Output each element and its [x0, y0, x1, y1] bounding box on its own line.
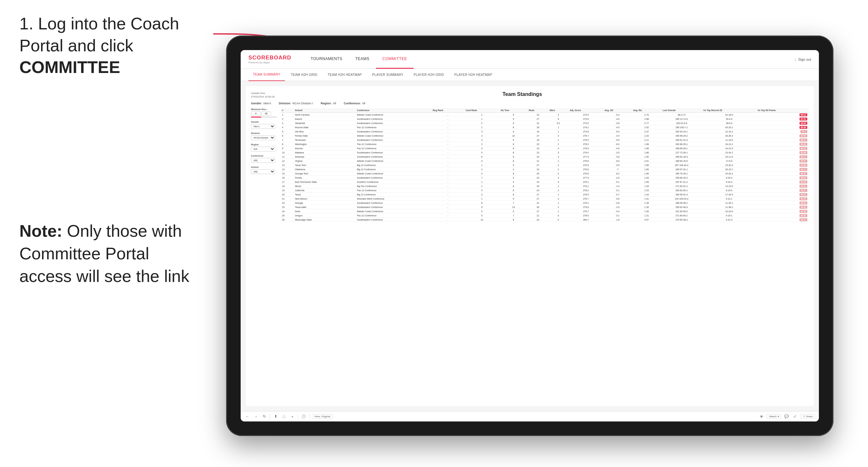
cell-no-tour: 8: [499, 192, 528, 197]
min-rounds-inputs: [251, 112, 277, 116]
cell-adj-score: 276.6: [568, 159, 603, 163]
points-badge: 80.91: [800, 193, 807, 196]
cell-school: Tennessee: [293, 138, 356, 142]
subnav-team-h2h-grid[interactable]: TEAM H2H GRID: [286, 69, 322, 81]
table-row[interactable]: 22 Georgia Southeastern Conference - 8 7…: [281, 201, 809, 205]
subnav-team-summary[interactable]: TEAM SUMMARY: [248, 69, 285, 81]
sidebar-gender-select[interactable]: Men's: [251, 124, 275, 129]
min-rounds-max-input[interactable]: [261, 112, 271, 116]
min-rounds-min-input[interactable]: [251, 112, 261, 116]
table-row[interactable]: 12 Virginia Atlantic Coast Conference - …: [281, 159, 809, 163]
note-text: Note: Only those with Committee Portal a…: [20, 220, 197, 288]
cell-reg-rank: -: [432, 146, 465, 151]
table-row[interactable]: 3 Vanderbilt Southeastern Conference - 2…: [281, 121, 809, 125]
min-rounds-slider[interactable]: [251, 117, 277, 118]
table-row[interactable]: 8 Washington Pac-12 Conference - 2 8 23 …: [281, 142, 809, 146]
cell-school: Illinois: [293, 184, 356, 188]
table-row[interactable]: 26 Mississippi State Southeastern Confer…: [281, 218, 809, 222]
cell-reg-rank: -: [432, 172, 465, 176]
cell-vs-top-record: 14-21-0: [702, 146, 756, 151]
cell-avg-rd: 1.21: [632, 214, 661, 218]
table-row[interactable]: 9 Arizona Pac-12 Conference - 3 8 23 4 2…: [281, 146, 809, 151]
cell-school: East Tennessee State: [293, 180, 356, 184]
points-badge: 80.23: [800, 147, 807, 150]
share-btn[interactable]: ↗ Share: [801, 414, 815, 419]
table-row[interactable]: 5 Ole Miss Southeastern Conference - 3 6…: [281, 129, 809, 134]
toolbar-clock-icon[interactable]: 🕐: [301, 414, 307, 419]
cell-avg-sg: -3.8: [603, 201, 632, 205]
note-area: Note: Only those with Committee Portal a…: [20, 220, 197, 288]
table-row[interactable]: 4 Arizona State Pac-12 Conference - 1 8 …: [281, 125, 809, 129]
table-row[interactable]: 10 Alabama Southeastern Conference - 5 8…: [281, 151, 809, 155]
table-row[interactable]: 14 Oklahoma Big 12 Conference - 2 2 24 2…: [281, 167, 809, 172]
toolbar-reload-icon[interactable]: ↻: [261, 414, 267, 419]
sign-out-label[interactable]: Sign out: [798, 58, 811, 61]
table-row[interactable]: 15 Georgia Tech Atlantic Coast Conferenc…: [281, 172, 809, 176]
table-row[interactable]: 1 North Carolina Atlantic Coast Conferen…: [281, 113, 809, 117]
cell-low-overall: 269 92-40-3: [661, 205, 702, 209]
cell-vs-top-points: 82.98: [756, 209, 809, 214]
cell-low-overall: 268 82-18-3: [661, 155, 702, 159]
view-original-btn[interactable]: View: Original: [312, 414, 332, 419]
cell-wins: 1: [548, 192, 568, 197]
toolbar-bookmark-icon[interactable]: □: [281, 414, 287, 419]
table-row[interactable]: 13 Texas Tech Big 12 Conference - 1 9 27…: [281, 163, 809, 167]
cell-vs-top-record: 30-4-0: [702, 117, 756, 121]
cell-low-overall: 217 72-30-1: [661, 151, 702, 155]
nav-committee[interactable]: COMMITTEE: [376, 50, 414, 69]
comment-icon[interactable]: 💬: [784, 414, 789, 419]
conference-value: All: [362, 102, 365, 105]
toolbar-share-icon[interactable]: ⬆: [273, 414, 278, 419]
subnav-team-h2h-heatmap[interactable]: TEAM H2H HEATMAP: [323, 69, 366, 81]
table-row[interactable]: 2 Auburn Southeastern Conference - 1 9 2…: [281, 117, 809, 121]
cell-conference: Big 12 Conference: [356, 192, 431, 197]
table-row[interactable]: 18 Illinois Big Ten Conference - 1 8 23 …: [281, 184, 809, 188]
table-row[interactable]: 7 Tennessee Southeastern Conference - 4 …: [281, 138, 809, 142]
cell-vs-top-record: 12-14-1: [702, 129, 756, 134]
subnav-player-summary[interactable]: PLAYER SUMMARY: [368, 69, 408, 81]
table-row[interactable]: 19 California Pac-12 Conference - 4 8 24…: [281, 188, 809, 192]
sidebar-school-select[interactable]: (All): [251, 169, 275, 174]
table-row[interactable]: 25 Oregon Pac-12 Conference - 5 7 21 0 2…: [281, 214, 809, 218]
cell-conference: Pac-12 Conference: [356, 142, 431, 146]
sidebar-region-select[interactable]: N/A: [251, 147, 275, 152]
table-row[interactable]: 17 East Tennessee State Southern Confere…: [281, 180, 809, 184]
cell-school: Florida: [293, 176, 356, 180]
table-row[interactable]: 11 Arkansas Southeastern Conference - 6 …: [281, 155, 809, 159]
toolbar-back-icon[interactable]: ←: [245, 414, 250, 419]
nav-teams[interactable]: TEAMS: [349, 50, 376, 69]
table-row[interactable]: 6 Florida State Atlantic Coast Conferenc…: [281, 134, 809, 138]
table-row[interactable]: 24 Duke Atlantic Coast Conference - 5 9 …: [281, 209, 809, 214]
cell-low-overall: 267 104-43-2: [661, 163, 702, 167]
toolbar-add-icon[interactable]: +: [289, 414, 295, 419]
cell-school: Georgia: [293, 201, 356, 205]
sidebar-conference-select[interactable]: (All): [251, 158, 275, 163]
cell-conf-rank: 5: [464, 209, 499, 214]
table-row[interactable]: 23 Texas A&M Southeastern Conference - 9…: [281, 205, 809, 209]
cell-low-overall: 265 61-21-0: [661, 138, 702, 142]
cell-conference: Southeastern Conference: [356, 205, 431, 209]
watch-btn[interactable]: Watch ▾: [767, 414, 781, 419]
cell-avg-rd: 2.01: [632, 159, 661, 163]
sidebar-division-select[interactable]: NCAA Division I: [251, 135, 275, 140]
watch-icon[interactable]: 👁: [758, 414, 764, 419]
table-row[interactable]: 16 Florida Southeastern Conference - 7 9…: [281, 176, 809, 180]
table-row[interactable]: 21 New Mexico Mountain West Conference -…: [281, 197, 809, 201]
logo-title: SCOREBOARD: [248, 55, 291, 61]
cell-no-tour: 8: [499, 121, 528, 125]
table-row[interactable]: 20 Texas Big 12 Conference - 3 8 27 1 27…: [281, 192, 809, 197]
cell-adj-score: 276.0: [568, 151, 603, 155]
sign-out[interactable]: | Sign out: [795, 58, 811, 61]
cell-no-tour: 9: [499, 113, 528, 117]
subnav-player-h2h-grid[interactable]: PLAYER H2H GRID: [409, 69, 449, 81]
cell-conf-rank: 1: [464, 117, 499, 121]
cell-wins: 5: [548, 180, 568, 184]
toolbar-forward-icon[interactable]: →: [253, 414, 259, 419]
subnav-player-h2h-heatmap[interactable]: PLAYER H2H HEATMAP: [450, 69, 497, 81]
nav-tournaments[interactable]: TOURNAMENTS: [304, 50, 349, 69]
cell-avg-sg: -5.1: [603, 180, 632, 184]
expand-icon[interactable]: ⤢: [792, 414, 798, 419]
cell-rank: 6: [281, 134, 293, 138]
cell-avg-sg: -7: [603, 167, 632, 172]
cell-vs-top-points: 80.93: [756, 134, 809, 138]
